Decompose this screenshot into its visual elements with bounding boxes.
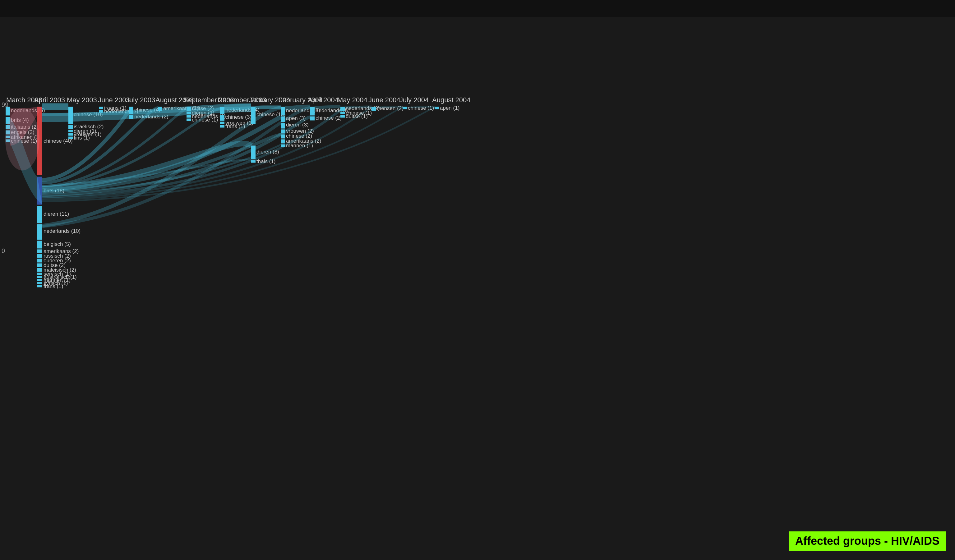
node-april-mannen — [37, 279, 42, 281]
zero-label: 0 — [2, 247, 5, 254]
label-april-frans: frans (1) — [44, 283, 63, 289]
flow-dec-jan — [224, 107, 251, 108]
flow-jun4-jul4 — [376, 107, 402, 108]
month-label-april: April 2003 — [34, 96, 65, 104]
node-april-belgisch — [37, 241, 42, 249]
node-april-amerikaans — [37, 250, 42, 253]
node-sep-chinese — [186, 119, 191, 121]
month-label-jun4: June 2004 — [368, 96, 401, 104]
node-jun4-mensen — [371, 107, 376, 111]
node-april-syrisch — [37, 282, 42, 284]
node-apr4-nederlands — [310, 107, 315, 116]
month-label-aug4: August 2004 — [432, 96, 471, 104]
node-april-australisch — [37, 276, 42, 278]
node-may4-nederlands — [340, 107, 345, 111]
node-april-frans — [37, 285, 42, 288]
month-label-may4: May 2004 — [337, 96, 368, 104]
node-april-ouderen — [37, 259, 42, 263]
node-april-servisch — [37, 273, 42, 275]
node-may-dieren — [68, 130, 73, 132]
node-feb-nederlands — [281, 107, 285, 116]
flow-jan-feb — [255, 107, 281, 108]
node-april-russisch — [37, 254, 42, 258]
node-april-nederlands — [37, 224, 42, 240]
label-april-chinese-red: chinese (40) — [44, 138, 73, 144]
label-aug4-apen: apen (1) — [440, 105, 459, 111]
label-april-nederlands: nederlands (10) — [44, 228, 80, 234]
node-april-duitse — [37, 264, 42, 267]
month-label-apr4: April 2004 — [308, 96, 338, 104]
node-may-vrouwen — [68, 133, 73, 136]
node-may4-chinese — [340, 112, 345, 114]
chart-area: March 2003 April 2003 May 2003 June 2003… — [0, 17, 955, 560]
chart-title: Affected groups - HIV/AIDS — [789, 532, 946, 551]
pink-blob — [5, 108, 39, 171]
node-dec-vrouwen — [220, 122, 224, 124]
top-bar — [0, 0, 955, 17]
flow-may4-jun4 — [345, 107, 371, 108]
node-aug4-apen — [435, 107, 439, 109]
label-april-dieren: dieren (11) — [44, 211, 69, 217]
flow-feb-apr4 — [285, 107, 310, 108]
node-dec-chinese — [220, 115, 224, 121]
node-june-iraans — [99, 107, 103, 109]
node-march-nederlands — [6, 107, 10, 116]
node-may-israelisch — [68, 125, 73, 129]
node-april-dieren — [37, 206, 42, 224]
month-label-may: May 2003 — [67, 96, 97, 104]
node-sep-nederlands — [186, 115, 191, 118]
month-label-jul4: July 2004 — [399, 96, 429, 104]
label-dec-chinese: chinese (3) — [225, 114, 252, 120]
node-feb-amerikaans — [281, 139, 285, 144]
node-dec-frans — [220, 125, 224, 128]
label-april-belgisch: belgisch (5) — [44, 241, 71, 247]
month-label-june: June 2003 — [98, 96, 130, 104]
label-may-fins: fins (1) — [74, 135, 90, 141]
flow-chart: March 2003 April 2003 May 2003 June 2003… — [0, 17, 955, 560]
node-may-fins — [68, 137, 73, 139]
node-may4-duitse — [340, 115, 345, 118]
month-label-july: July 2003 — [126, 96, 155, 104]
node-jul4-chinese — [402, 107, 407, 109]
node-apr4-chinese — [310, 117, 315, 120]
node-april-maleisisch — [37, 268, 42, 272]
flow-apr4-may4 — [315, 107, 340, 108]
